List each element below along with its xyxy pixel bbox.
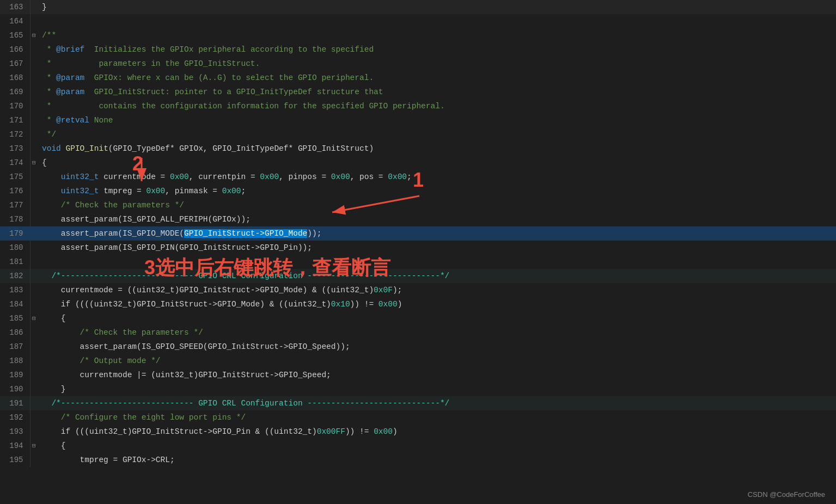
code-line: 184 if ((((uint32_t)GPIO_InitStruct->GPI… (0, 297, 836, 311)
code-line: 187 assert_param(IS_GPIO_SPEED(GPIO_Init… (0, 340, 836, 354)
code-content: * @retval None (38, 113, 836, 127)
code-content: * @param GPIO_InitStruct: pointer to a G… (38, 85, 836, 99)
line-number: 166 (0, 42, 30, 57)
line-number: 188 (0, 354, 30, 368)
line-number: 183 (0, 283, 30, 297)
code-content: /* Check the parameters */ (38, 198, 836, 212)
line-number: 194 (0, 439, 30, 453)
code-line: 177 /* Check the parameters */ (0, 198, 836, 212)
code-content: uint32_t currentmode = 0x00, currentpin … (38, 170, 836, 184)
fold-indicator (30, 85, 38, 99)
fold-indicator (30, 269, 38, 283)
code-content: assert_param(IS_GPIO_PIN(GPIO_InitStruct… (38, 241, 836, 255)
code-line: 173void GPIO_Init(GPIO_TypeDef* GPIOx, G… (0, 142, 836, 156)
code-line: 165⊟/** (0, 28, 836, 42)
code-content: void GPIO_Init(GPIO_TypeDef* GPIOx, GPIO… (38, 142, 836, 156)
line-number: 191 (0, 396, 30, 410)
fold-indicator (30, 14, 38, 28)
code-line: 182 /*---------------------------- GPIO … (0, 269, 836, 283)
code-content: /* Output mode */ (38, 354, 836, 368)
line-number: 185 (0, 311, 30, 325)
code-line: 181 (0, 255, 836, 269)
code-line: 193 if (((uint32_t)GPIO_InitStruct->GPIO… (0, 425, 836, 439)
code-content: if (((uint32_t)GPIO_InitStruct->GPIO_Pin… (38, 425, 836, 439)
code-line: 174⊟{ (0, 156, 836, 170)
fold-indicator (30, 99, 38, 113)
fold-indicator (30, 396, 38, 410)
line-number: 163 (0, 0, 30, 14)
code-line: 171 * @retval None (0, 113, 836, 127)
line-number: 168 (0, 71, 30, 85)
code-line: 164 (0, 14, 836, 28)
code-content: /*---------------------------- GPIO CRL … (38, 396, 836, 410)
line-number: 170 (0, 99, 30, 113)
line-number: 164 (0, 14, 30, 28)
fold-indicator (30, 241, 38, 255)
fold-indicator (30, 127, 38, 142)
fold-indicator (30, 283, 38, 297)
code-content: */ (38, 127, 836, 142)
fold-indicator (30, 42, 38, 57)
line-number: 174 (0, 156, 30, 170)
code-line: 189 currentmode |= (uint32_t)GPIO_InitSt… (0, 368, 836, 382)
line-number: 195 (0, 453, 30, 467)
fold-indicator (30, 113, 38, 127)
code-content: currentmode |= (uint32_t)GPIO_InitStruct… (38, 368, 836, 382)
code-content (38, 255, 836, 269)
code-content: } (38, 0, 836, 14)
code-content: tmpreg = GPIOx->CRL; (38, 453, 836, 467)
line-number: 171 (0, 113, 30, 127)
code-content: { (38, 311, 836, 325)
fold-indicator (30, 170, 38, 184)
code-content: assert_param(IS_GPIO_ALL_PERIPH(GPIOx)); (38, 212, 836, 226)
fold-indicator (30, 340, 38, 354)
code-content: /** (38, 28, 836, 42)
line-number: 165 (0, 28, 30, 42)
line-number: 184 (0, 297, 30, 311)
fold-indicator (30, 226, 38, 241)
line-number: 180 (0, 241, 30, 255)
fold-indicator[interactable]: ⊟ (30, 439, 38, 453)
fold-indicator[interactable]: ⊟ (30, 28, 38, 42)
fold-indicator (30, 368, 38, 382)
code-line: 170 * contains the configuration informa… (0, 99, 836, 113)
code-content: if ((((uint32_t)GPIO_InitStruct->GPIO_Mo… (38, 297, 836, 311)
fold-indicator (30, 453, 38, 467)
code-line: 194⊟ { (0, 439, 836, 453)
code-content: { (38, 439, 836, 453)
line-number: 189 (0, 368, 30, 382)
code-line: 195 tmpreg = GPIOx->CRL; (0, 453, 836, 467)
code-content: * @brief Initializes the GPIOx periphera… (38, 42, 836, 57)
line-number: 187 (0, 340, 30, 354)
line-number: 177 (0, 198, 30, 212)
line-number: 179 (0, 226, 30, 241)
line-number: 182 (0, 269, 30, 283)
code-line: 169 * @param GPIO_InitStruct: pointer to… (0, 85, 836, 99)
code-content: /* Check the parameters */ (38, 325, 836, 340)
fold-indicator (30, 184, 38, 198)
code-line: 175 uint32_t currentmode = 0x00, current… (0, 170, 836, 184)
code-line: 166 * @brief Initializes the GPIOx perip… (0, 42, 836, 57)
code-line: 185⊟ { (0, 311, 836, 325)
fold-indicator[interactable]: ⊟ (30, 311, 38, 325)
fold-indicator (30, 255, 38, 269)
fold-indicator (30, 425, 38, 439)
fold-indicator (30, 142, 38, 156)
code-content: { (38, 156, 836, 170)
code-content: assert_param(IS_GPIO_SPEED(GPIO_InitStru… (38, 340, 836, 354)
line-number: 190 (0, 382, 30, 396)
code-line: 190 } (0, 382, 836, 396)
line-number: 169 (0, 85, 30, 99)
line-number: 193 (0, 425, 30, 439)
fold-indicator[interactable]: ⊟ (30, 156, 38, 170)
line-number: 172 (0, 127, 30, 142)
code-line: 168 * @param GPIOx: where x can be (A..G… (0, 71, 836, 85)
code-content: /* Configure the eight low port pins */ (38, 410, 836, 425)
code-line: 176 uint32_t tmpreg = 0x00, pinmask = 0x… (0, 184, 836, 198)
code-line: 180 assert_param(IS_GPIO_PIN(GPIO_InitSt… (0, 241, 836, 255)
code-line: 167 * parameters in the GPIO_InitStruct. (0, 57, 836, 71)
fold-indicator (30, 0, 38, 14)
code-line: 163} (0, 0, 836, 14)
code-content: } (38, 382, 836, 396)
code-line: 183 currentmode = ((uint32_t)GPIO_InitSt… (0, 283, 836, 297)
